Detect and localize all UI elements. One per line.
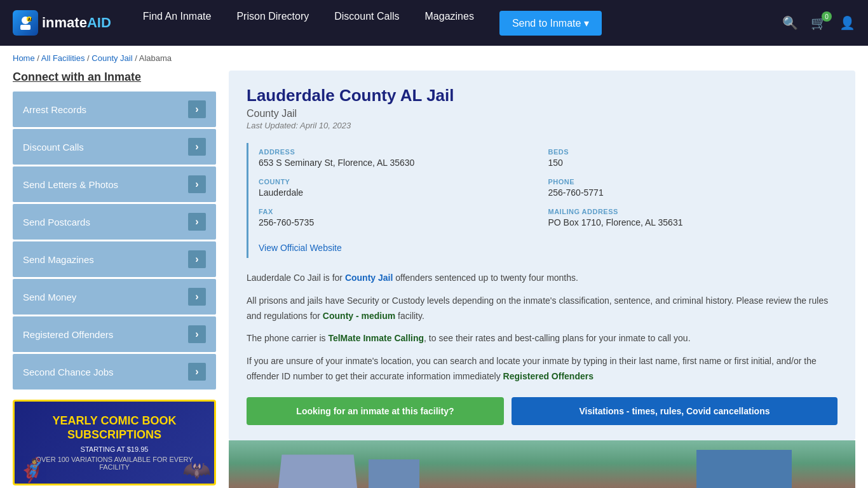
breadcrumb-home[interactable]: Home [13,53,35,63]
logo-area[interactable]: AI inmateAID [13,10,111,36]
arrow-icon: › [188,100,206,118]
cart-badge: 0 [822,11,832,22]
sidebar-item-arrest-records[interactable]: Arrest Records › [13,92,216,127]
sidebar-title: Connect with an Inmate [13,71,216,84]
sidebar-item-send-money[interactable]: Send Money › [13,279,216,315]
county-jail-link[interactable]: County Jail [345,273,393,283]
find-inmate-button[interactable]: Looking for an inmate at this facility? [247,397,504,425]
county-label: COUNTY [259,178,542,186]
arrow-icon: › [188,250,206,268]
desc-paragraph-2: All prisons and jails have Security or C… [247,294,837,324]
cart-button[interactable]: 🛒 0 [811,15,827,30]
visitation-button[interactable]: Visitations - times, rules, Covid cancel… [512,397,837,425]
beds-value: 150 [548,158,832,168]
county-value: Lauderdale [259,187,542,198]
fax-value: 256-760-5735 [259,217,542,227]
official-website-link[interactable]: View Official Website [259,243,342,253]
beds-cell: BEDS 150 [548,143,838,173]
breadcrumb: Home / All Facilities / County Jail / Al… [0,46,868,71]
main-header: AI inmateAID Find An Inmate Prison Direc… [0,0,868,46]
sidebar-item-label: Second Chance Jobs [23,367,114,377]
action-buttons: Looking for an inmate at this facility? … [247,397,837,425]
facility-last-updated: Last Updated: April 10, 2023 [247,121,837,130]
logo-text: inmateAID [42,15,111,31]
superhero-left-icon: 🦸 [18,457,46,484]
arrow-icon: › [188,175,206,193]
aerial-building-3 [696,450,792,488]
sidebar: Connect with an Inmate Arrest Records › … [13,71,216,488]
sidebar-item-second-chance-jobs[interactable]: Second Chance Jobs › [13,354,216,390]
logo-icon: AI [13,10,38,36]
phone-value: 256-760-5771 [548,187,832,198]
sidebar-item-label: Discount Calls [23,142,84,152]
registered-offenders-link[interactable]: Registered Offenders [503,371,593,381]
breadcrumb-all-facilities[interactable]: All Facilities [41,53,85,63]
mailing-value: PO Box 1710, Florence, AL 35631 [548,217,832,227]
facility-aerial-image [229,440,855,488]
sidebar-item-send-letters[interactable]: Send Letters & Photos › [13,166,216,202]
ad-title: YEARLY COMIC BOOK SUBSCRIPTIONS [25,414,204,442]
arrow-icon: › [188,363,206,381]
arrow-icon: › [188,213,206,231]
address-label: ADDRESS [259,148,542,156]
nav-discount-calls[interactable]: Discount Calls [334,11,399,36]
facility-info-panel: Lauderdale County AL Jail County Jail La… [229,71,855,440]
nav-magazines[interactable]: Magazines [425,11,474,36]
sidebar-item-label: Send Letters & Photos [23,179,118,190]
sidebar-item-discount-calls[interactable]: Discount Calls › [13,129,216,165]
nav-icons: 🔍 🛒 0 👤 [782,15,855,30]
main-content: Connect with an Inmate Arrest Records › … [0,71,868,488]
facility-info-grid: ADDRESS 653 S Seminary St, Florence, AL … [247,143,837,258]
fax-cell: FAX 256-760-5735 [259,203,548,233]
breadcrumb-state: Alabama [139,53,172,63]
user-button[interactable]: 👤 [839,15,855,30]
facility-section: Lauderdale County AL Jail County Jail La… [229,71,855,488]
county-medium-link[interactable]: County - medium [323,311,395,321]
sidebar-item-send-magazines[interactable]: Send Magazines › [13,241,216,277]
svg-rect-1 [20,25,31,30]
arrow-icon: › [188,288,206,306]
ad-starting: STARTING AT $19.95 [25,445,204,453]
facility-title: Lauderdale County AL Jail [247,86,837,105]
official-link-cell: View Official Website [259,233,837,258]
fax-label: FAX [259,208,542,215]
arrow-icon: › [188,138,206,156]
mailing-cell: MAILING ADDRESS PO Box 1710, Florence, A… [548,203,838,233]
telmate-link[interactable]: TelMate Inmate Calling [328,333,424,343]
sidebar-item-registered-offenders[interactable]: Registered Offenders › [13,316,216,352]
desc-paragraph-1: Lauderdale Co Jail is for County Jail of… [247,271,837,286]
facility-type: County Jail [247,108,837,119]
beds-label: BEDS [548,148,832,156]
sidebar-item-send-postcards[interactable]: Send Postcards › [13,204,216,240]
facility-description: Lauderdale Co Jail is for County Jail of… [247,271,837,384]
sidebar-advertisement[interactable]: 🦸 YEARLY COMIC BOOK SUBSCRIPTIONS STARTI… [13,400,216,485]
address-value: 653 S Seminary St, Florence, AL 35630 [259,158,542,168]
sidebar-item-label: Send Postcards [23,217,90,227]
phone-cell: PHONE 256-760-5771 [548,173,838,203]
address-cell: ADDRESS 653 S Seminary St, Florence, AL … [259,143,548,173]
breadcrumb-county-jail[interactable]: County Jail [92,53,132,63]
sidebar-item-label: Send Magazines [23,254,94,265]
sidebar-item-label: Registered Offenders [23,329,113,340]
county-cell: COUNTY Lauderdale [259,173,548,203]
superhero-right-icon: 🦇 [182,457,211,484]
svg-text:AI: AI [28,17,32,22]
phone-label: PHONE [548,178,832,186]
nav-send-to-inmate[interactable]: Send to Inmate ▾ [499,11,602,36]
desc-paragraph-3: The phone carrier is TelMate Inmate Call… [247,331,837,346]
main-nav: Find An Inmate Prison Directory Discount… [143,11,757,36]
ad-body: OVER 100 VARIATIONS AVAILABLE FOR EVERY … [25,456,204,471]
sidebar-item-label: Send Money [23,292,76,302]
mailing-label: MAILING ADDRESS [548,208,832,215]
desc-paragraph-4: If you are unsure of your inmate's locat… [247,354,837,384]
aerial-building-2 [369,459,419,488]
nav-prison-directory[interactable]: Prison Directory [236,11,309,36]
nav-find-inmate[interactable]: Find An Inmate [143,11,212,36]
arrow-icon: › [188,325,206,343]
search-button[interactable]: 🔍 [782,15,798,30]
sidebar-item-label: Arrest Records [23,104,86,115]
aerial-building-1 [277,454,358,488]
